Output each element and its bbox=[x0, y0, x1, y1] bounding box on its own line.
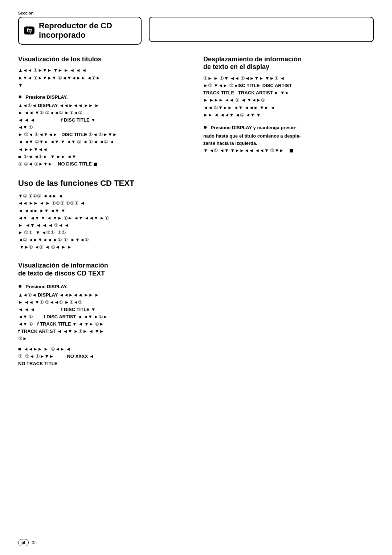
header-badge: fg bbox=[24, 26, 34, 34]
footer-page: Xc bbox=[32, 540, 37, 545]
two-col-section1: Visualización de los títulos ▲◄◄ ①►▼► ▼►… bbox=[18, 56, 374, 168]
header-row: fg Reproductor de CD incorporado bbox=[18, 17, 374, 45]
section-heading-titles: Visualización de los títulos bbox=[18, 56, 189, 64]
section-heading-cdtext: Visualización de información de texto de… bbox=[18, 262, 189, 277]
header-title-box: fg Reproductor de CD incorporado bbox=[18, 17, 142, 45]
section-label: Sección bbox=[18, 11, 374, 15]
left-col-cdtext: Visualización de información de texto de… bbox=[18, 262, 189, 367]
page-footer: pl Xc bbox=[18, 539, 37, 546]
page: Sección fg Reproductor de CD incorporado… bbox=[0, 0, 392, 555]
left-content-cdtext: ● Presione DISPLAY. ▲◄①◄ DISPLAY ◄◄►◄◄ ►… bbox=[18, 281, 189, 367]
two-col-section2: Visualización de información de texto de… bbox=[18, 262, 374, 367]
right-col-empty bbox=[203, 262, 374, 367]
footer-badge: pl bbox=[18, 539, 29, 546]
header-empty-box bbox=[149, 17, 374, 42]
cd-text-content: ▼① ①①① ◄◄► ◄ ◄◄ ►► ◄ ► ①①① ①①① ◄ ◄ ◄◄► ►… bbox=[18, 192, 374, 251]
section-heading-desplazamiento: Desplazamiento de información de texto e… bbox=[203, 56, 374, 71]
right-col-desplazamiento: Desplazamiento de información de texto e… bbox=[203, 56, 374, 168]
left-content-titles: ▲◄◄ ①►▼► ▼► ► ◄ ◄ ◄ ►▼◄ ①►▼►▼ ①◄▼◄►► ◄①►… bbox=[18, 67, 189, 168]
cd-text-heading: Uso de las funciones CD TEXT bbox=[18, 179, 374, 188]
cd-text-section: Uso de las funciones CD TEXT ▼① ①①① ◄◄► … bbox=[18, 179, 374, 251]
left-col-titles: Visualización de los títulos ▲◄◄ ①►▼► ▼►… bbox=[18, 56, 189, 168]
header-title: Reproductor de CD incorporado bbox=[39, 21, 112, 40]
right-content-desplazamiento: ①► ► ①▼ ◄◄ ①◄►▼► ▼►① ◄ ►① ▼◄► ① ●ISC TIT… bbox=[203, 75, 374, 154]
